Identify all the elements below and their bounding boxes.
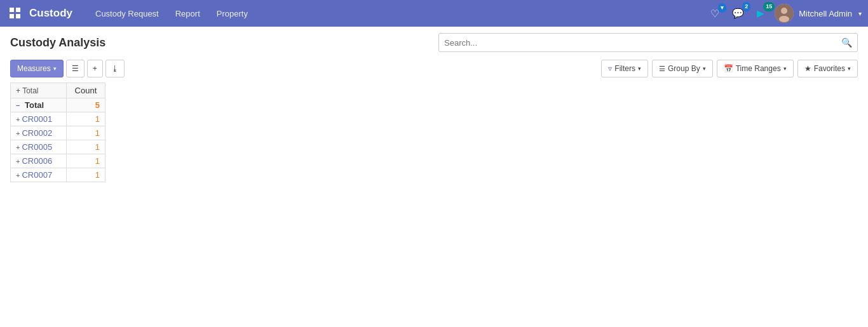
table-total-row: − Total 5: [11, 98, 105, 112]
row-count-cell: 1: [66, 140, 105, 154]
user-avatar[interactable]: [775, 4, 794, 23]
row-label-cell: + CR0007: [11, 168, 67, 182]
filter-label: Filters: [614, 64, 635, 73]
search-input[interactable]: [439, 38, 836, 48]
user-menu-caret[interactable]: ▾: [858, 10, 862, 17]
favorites-caret: ▾: [848, 65, 851, 72]
measures-label: Measures: [17, 64, 51, 73]
updates-badge: 15: [763, 2, 775, 11]
timeranges-button[interactable]: 📅 Time Ranges ▾: [717, 60, 794, 77]
row-id-link[interactable]: CR0005: [22, 142, 52, 152]
row-count-cell: 1: [66, 168, 105, 182]
nav-report[interactable]: Report: [168, 5, 208, 22]
measures-button[interactable]: Measures ▾: [10, 60, 64, 77]
row-label-cell: + CR0001: [11, 112, 67, 126]
favorites-button[interactable]: ★ Favorites ▾: [797, 60, 858, 77]
table-row: + CR0006 1: [11, 154, 105, 168]
app-title: Custody: [29, 7, 72, 20]
download-icon: ⭳: [111, 64, 119, 73]
row-label-cell: + CR0002: [11, 126, 67, 140]
updates-button[interactable]: ▶ 15: [752, 4, 770, 22]
measures-caret: ▾: [53, 65, 57, 72]
total-label-cell: − Total: [11, 98, 67, 112]
svg-point-5: [781, 8, 787, 14]
row-id-link[interactable]: CR0007: [22, 170, 52, 180]
favorites-label: Favorites: [814, 64, 845, 73]
chat-badge: 2: [742, 2, 750, 11]
plus-icon: +: [93, 64, 97, 73]
filters-button[interactable]: ▿ Filters ▾: [601, 60, 648, 77]
nav-custody-request[interactable]: Custody Request: [88, 5, 166, 22]
chat-icon: 💬: [732, 8, 744, 19]
topbar: Custody Custody Request Report Property …: [0, 0, 868, 27]
total-value-cell: 5: [66, 98, 105, 112]
star-icon: ★: [804, 64, 811, 73]
table-row: + CR0002 1: [11, 126, 105, 140]
row-id-link[interactable]: CR0001: [22, 114, 52, 124]
app-grid-icon[interactable]: [6, 4, 24, 22]
svg-rect-3: [16, 14, 20, 18]
svg-point-6: [779, 16, 789, 22]
top-nav: Custody Request Report Property: [88, 5, 255, 22]
filter-caret: ▾: [638, 65, 641, 72]
page-header: Custody Analysis 🔍: [0, 27, 868, 57]
groupby-button[interactable]: ☰ Group By ▾: [652, 60, 713, 77]
user-name[interactable]: Mitchell Admin: [799, 9, 852, 18]
row-count-cell: 1: [66, 126, 105, 140]
row-label-cell: + CR0006: [11, 154, 67, 168]
settings-icon: ☰: [72, 64, 79, 73]
filter-icon: ▿: [608, 64, 612, 73]
download-button[interactable]: ⭳: [105, 60, 125, 77]
search-bar: 🔍: [438, 33, 858, 52]
topbar-right: ♡ ▾ 💬 2 ▶ 15 Mitchell Admin ▾: [706, 4, 862, 23]
table-col-count: Count: [66, 83, 105, 98]
page-title: Custody Analysis: [10, 36, 105, 50]
svg-rect-1: [16, 8, 20, 12]
pivot-table: + Total Count − Total 5 + CR0001 1: [0, 83, 868, 182]
row-id-link[interactable]: CR0002: [22, 128, 52, 138]
nav-property[interactable]: Property: [209, 5, 255, 22]
row-count-cell: 1: [66, 112, 105, 126]
chat-button[interactable]: 💬 2: [729, 4, 747, 22]
page-body: Custody Analysis 🔍 Measures ▾ ☰ + ⭳ ▿: [0, 27, 868, 327]
toolbar-right: ▿ Filters ▾ ☰ Group By ▾ 📅 Time Ranges ▾…: [601, 60, 858, 77]
svg-rect-2: [10, 14, 14, 18]
row-count-cell: 1: [66, 154, 105, 168]
total-collapse-btn[interactable]: −: [16, 102, 20, 109]
timeranges-caret: ▾: [783, 65, 787, 72]
search-button[interactable]: 🔍: [836, 37, 857, 48]
row-id-link[interactable]: CR0006: [22, 156, 52, 166]
total-label: Total: [25, 100, 44, 110]
timeranges-label: Time Ranges: [736, 64, 781, 73]
svg-rect-0: [10, 8, 14, 12]
add-column-button[interactable]: +: [87, 60, 103, 77]
groupby-label: Group By: [668, 64, 700, 73]
notifications-badge: ▾: [718, 3, 726, 13]
groupby-icon: ☰: [659, 65, 665, 73]
table-row: + CR0007 1: [11, 168, 105, 182]
table-row: + CR0001 1: [11, 112, 105, 126]
table-header-total: + Total: [11, 83, 67, 98]
toolbar: Measures ▾ ☰ + ⭳ ▿ Filters ▾ ☰ Group By: [0, 57, 868, 83]
row-label-cell: + CR0005: [11, 140, 67, 154]
calendar-icon: 📅: [724, 64, 733, 73]
toolbar-left: Measures ▾ ☰ + ⭳: [10, 60, 125, 77]
table-row: + CR0005 1: [11, 140, 105, 154]
groupby-caret: ▾: [703, 65, 706, 72]
pivot-settings-button[interactable]: ☰: [66, 60, 85, 77]
notifications-button[interactable]: ♡ ▾: [706, 4, 724, 22]
